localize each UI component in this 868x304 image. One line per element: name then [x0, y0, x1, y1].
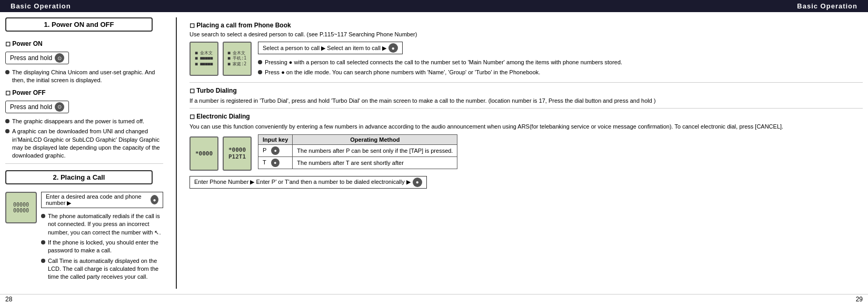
placing-bullet1: The phone automatically redials if the c… [41, 212, 163, 237]
placing-bullet3: Call Time is automatically displayed on … [41, 257, 163, 281]
pb-bullet1-text: Pressing ● with a person to call selecte… [265, 58, 622, 66]
power-off-icon: ⊙ [55, 102, 64, 112]
select-bar-text: Select a person to call ▶ Select an item… [263, 45, 386, 52]
section-divider3 [189, 108, 863, 109]
phone-screen-left1: ■ 金木文 ■ ■■■■■ ■ ■■■■■ [189, 42, 218, 76]
section1: 1. Power ON and OFF ◻ Power ON Press and… [5, 17, 163, 160]
phone-screen: 00000 00000 [5, 192, 37, 223]
section2: 2. Placing a Call 00000 00000 Enter a de… [5, 170, 163, 283]
left-panel: 1. Power ON and OFF ◻ Power ON Press and… [5, 17, 163, 289]
bullet-dot [258, 70, 262, 74]
bullet-dot [41, 214, 45, 218]
enter-bar-text: Enter Phone Number ▶ Enter P' or T'and t… [194, 179, 411, 185]
bullet-dot [5, 70, 9, 74]
select-icon: ● [388, 43, 398, 53]
phone-line2: 00000 [13, 208, 29, 213]
instruction-area: Enter a desired area code and phone numb… [41, 192, 163, 283]
electronic-table: Input key Operating Method P ● The numbe… [258, 134, 457, 169]
phone-book-screens: ■ 金木文 ■ ■■■■■ ■ ■■■■■ ■ 金木文 ■ 手机:1 ■ 家庭:… [189, 42, 252, 76]
phone-book-content: ■ 金木文 ■ ■■■■■ ■ ■■■■■ ■ 金木文 ■ 手机:1 ■ 家庭:… [189, 40, 863, 79]
power-off-bullet1: The graphic disappears and the power is … [5, 117, 163, 125]
elec-screen1: *0000 [189, 136, 218, 171]
power-off-label: ◻ Power OFF [5, 89, 163, 96]
placing-bullet2-text: If the phone is locked, you should enter… [48, 239, 163, 255]
press-hold-off-text: Press and hold [10, 103, 52, 111]
phone-book-section: ◻ Placing a call from Phone Book Use sea… [189, 22, 863, 79]
footer: 28 29 [0, 294, 868, 304]
electronic-section: ◻ Electronic Dialing You can use this fu… [189, 113, 863, 191]
phone-book-bullets-area: Select a person to call ▶ Select an item… [258, 40, 622, 79]
power-off-bullet2-text: A graphic can be downloaded from UNI and… [12, 128, 163, 160]
phone-screen-left2: ■ 金木文 ■ 手机:1 ■ 家庭:2 [223, 42, 252, 76]
power-off-bullet2: A graphic can be downloaded from UNI and… [5, 128, 163, 160]
instruction-text: Enter a desired area code and phone numb… [46, 193, 148, 207]
table-row: P ● The numbers after P can be sent only… [258, 144, 457, 156]
bullet-dot [258, 60, 262, 64]
press-hold-on-box: Press and hold ⊙ [5, 52, 69, 64]
placing-bullet3-text: Call Time is automatically displayed on … [48, 257, 163, 281]
enter-icon: ● [413, 178, 422, 187]
elec-screen2: *0000 P12T1 [223, 136, 252, 171]
table-cell-p-method: The numbers after P can be sent only if … [293, 144, 457, 156]
t-icon: ● [271, 159, 280, 167]
electronic-screens: *0000 *0000 P12T1 [189, 136, 252, 171]
table-header-key: Input key [258, 134, 293, 144]
section1-title: 1. Power ON and OFF [5, 17, 153, 32]
phone-book-title: ◻ Placing a call from Phone Book [189, 22, 863, 29]
p-icon: ● [271, 146, 280, 155]
pb-bullet2-text: Press ● on the idle mode. You can search… [265, 68, 540, 76]
bullet-dot [41, 259, 45, 263]
table-header-method: Operating Method [293, 134, 457, 144]
phone-book-desc: Use search to select a desired person to… [189, 31, 863, 37]
header-left-title: Basic Operation [11, 2, 71, 10]
section-divider2 [189, 82, 863, 83]
right-panel: ◻ Placing a call from Phone Book Use sea… [189, 17, 863, 289]
enter-bar: Enter Phone Number ▶ Enter P' or T'and t… [189, 176, 427, 189]
page-left: 28 [5, 296, 12, 303]
turbo-section: ◻ Turbo Dialing If a number is registere… [189, 87, 863, 105]
placing-call-box: 00000 00000 Enter a desired area code an… [5, 192, 163, 283]
table-cell-t-key: T ● [258, 156, 293, 169]
table-cell-t-method: The numbers after T are sent shortly aft… [293, 156, 457, 169]
power-on-bullet: The displaying China Unicom and user-set… [5, 68, 163, 85]
mid-divider [176, 17, 177, 289]
table-row: T ● The numbers after T are sent shortly… [258, 156, 457, 169]
electronic-table-area: Input key Operating Method P ● The numbe… [258, 134, 457, 169]
placing-bullet2: If the phone is locked, you should enter… [41, 239, 163, 255]
electronic-content: *0000 *0000 P12T1 Input key [189, 134, 863, 173]
pb-bullet1: Pressing ● with a person to call selecte… [258, 58, 622, 66]
select-bar: Select a person to call ▶ Select an item… [258, 42, 403, 54]
turbo-desc: If a number is registered in 'Turbo Dial… [189, 96, 863, 105]
power-off-bullet1-text: The graphic disappears and the power is … [12, 117, 144, 125]
confirm-icon: ● [151, 195, 158, 204]
power-on-bullet-text: The displaying China Unicom and user-set… [12, 68, 163, 85]
electronic-title: ◻ Electronic Dialing [189, 113, 863, 120]
instruction-bar: Enter a desired area code and phone numb… [41, 192, 163, 208]
turbo-title: ◻ Turbo Dialing [189, 87, 863, 94]
bullet-dot [5, 119, 9, 123]
section-divider [5, 163, 163, 164]
press-hold-on-text: Press and hold [10, 54, 52, 62]
phone-line1: 00000 [13, 202, 29, 208]
power-on-icon: ⊙ [55, 53, 64, 63]
section2-title: 2. Placing a Call [5, 170, 153, 184]
table-cell-p-key: P ● [258, 144, 293, 156]
bullet-dot [41, 240, 45, 244]
header-right-title: Basic Operation [797, 2, 857, 10]
pb-bullet2: Press ● on the idle mode. You can search… [258, 68, 622, 76]
electronic-desc: You can use this function conveniently b… [189, 122, 863, 131]
page-right: 29 [856, 296, 863, 303]
press-hold-off-box: Press and hold ⊙ [5, 101, 69, 113]
bullet-dot [5, 129, 9, 133]
header: Basic Operation Basic Operation [0, 0, 868, 12]
placing-bullet1-text: The phone automatically redials if the c… [48, 212, 163, 237]
power-on-label: ◻ Power ON [5, 40, 163, 47]
